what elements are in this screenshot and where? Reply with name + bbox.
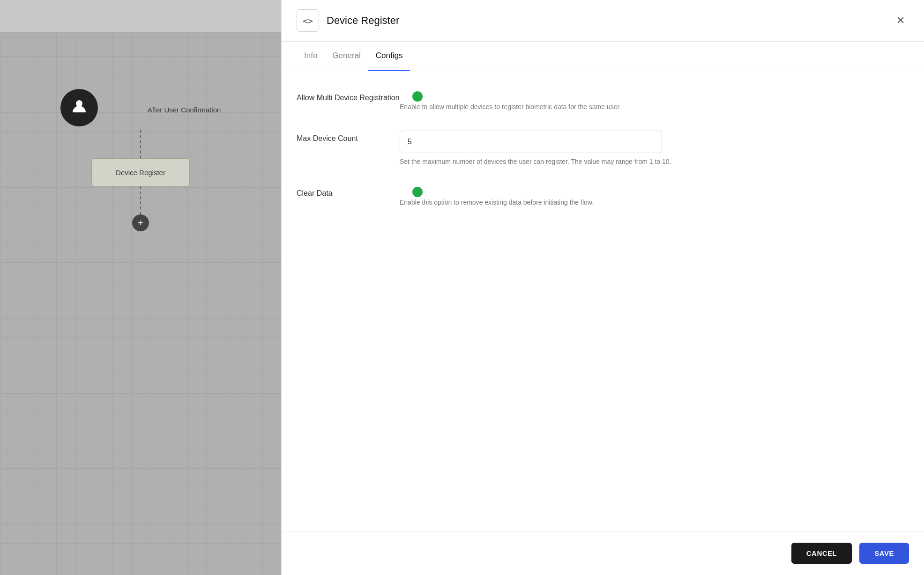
dialog-icon-box: <> xyxy=(297,9,319,32)
flow-connector-bottom xyxy=(140,186,141,214)
save-button[interactable]: SAVE xyxy=(859,543,909,564)
dialog-title: Device Register xyxy=(327,15,892,27)
canvas-panel: After User Confirmation Device Register … xyxy=(0,0,281,575)
multi-device-description: Enable to allow multiple devices to regi… xyxy=(400,102,909,112)
config-row-max-count: Max Device Count Set the maximum number … xyxy=(297,131,909,167)
close-icon: ✕ xyxy=(896,15,905,27)
flow-connector-top xyxy=(140,130,141,158)
clear-data-label: Clear Data xyxy=(297,185,400,198)
max-count-label: Max Device Count xyxy=(297,131,400,143)
tab-configs[interactable]: Configs xyxy=(368,42,410,71)
clear-data-content: Enable this option to remove existing da… xyxy=(400,185,909,207)
dialog-footer: CANCEL SAVE xyxy=(282,531,924,575)
dialog-header: <> Device Register ✕ xyxy=(282,0,924,42)
dialog-tabs: Info General Configs xyxy=(282,42,924,71)
multi-device-label: Allow Multi Device Registration xyxy=(297,90,400,102)
max-count-input[interactable] xyxy=(400,131,662,153)
dialog-body: Allow Multi Device Registration Enable t… xyxy=(282,71,924,531)
cancel-button[interactable]: CANCEL xyxy=(791,543,852,564)
flow-user-node xyxy=(60,89,98,126)
toggle-thumb-clear xyxy=(412,187,423,197)
tab-general[interactable]: General xyxy=(325,42,368,71)
max-count-content: Set the maximum number of devices the us… xyxy=(400,131,909,167)
flow-node-label: After User Confirmation xyxy=(148,106,221,114)
canvas-topbar xyxy=(0,0,281,33)
flow-device-label: Device Register xyxy=(116,169,165,177)
code-icon: <> xyxy=(303,16,313,26)
clear-data-description: Enable this option to remove existing da… xyxy=(400,198,909,207)
flow-user-row: After User Confirmation xyxy=(60,89,221,130)
tab-info[interactable]: Info xyxy=(297,42,325,71)
close-button[interactable]: ✕ xyxy=(892,12,909,29)
toggle-thumb-multi xyxy=(412,91,423,102)
flow-device-box[interactable]: Device Register xyxy=(91,158,190,186)
canvas-content: After User Confirmation Device Register … xyxy=(0,33,281,575)
user-icon xyxy=(71,97,88,118)
plus-icon: + xyxy=(138,218,143,229)
multi-device-content: Enable to allow multiple devices to regi… xyxy=(400,90,909,112)
dialog-panel: <> Device Register ✕ Info General Config… xyxy=(281,0,924,575)
config-row-multi-device: Allow Multi Device Registration Enable t… xyxy=(297,90,909,112)
svg-point-0 xyxy=(76,100,82,107)
flow-plus-node[interactable]: + xyxy=(132,214,149,231)
max-count-description: Set the maximum number of devices the us… xyxy=(400,157,909,167)
config-row-clear-data: Clear Data Enable this option to remove … xyxy=(297,185,909,207)
